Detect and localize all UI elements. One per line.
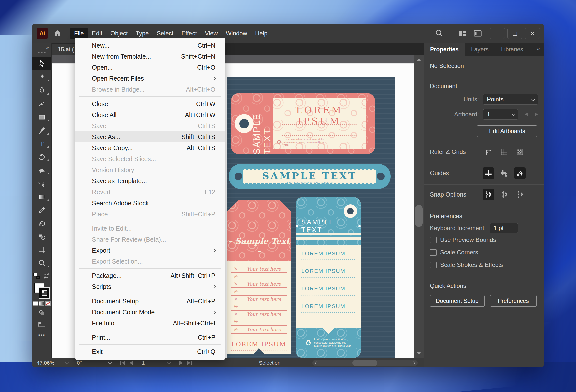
show-transparency-grid-icon[interactable] — [514, 146, 526, 158]
scrollbar-thumb[interactable] — [415, 205, 423, 227]
default-fill-stroke-icon[interactable] — [33, 273, 40, 279]
zoom-level-dropdown[interactable]: 47.06% — [32, 358, 72, 367]
snap-to-point-icon[interactable] — [483, 189, 494, 200]
menu-help[interactable]: Help — [251, 28, 271, 39]
selection-tool[interactable] — [32, 57, 52, 70]
none-button[interactable] — [45, 301, 51, 306]
scroll-up-icon[interactable] — [417, 58, 421, 61]
scroll-left-icon[interactable] — [314, 361, 318, 365]
swap-fill-stroke-icon[interactable] — [43, 272, 50, 280]
menu-item-print[interactable]: Print...Ctrl+P — [75, 332, 225, 343]
next-artboard-button[interactable] — [179, 361, 183, 365]
panel-expand-icon[interactable]: » — [537, 45, 540, 52]
color-button[interactable] — [33, 301, 38, 306]
lock-guides-icon[interactable] — [498, 167, 510, 179]
menu-item-exit[interactable]: ExitCtrl+Q — [75, 346, 225, 357]
toolbar-expand-icon[interactable]: » — [46, 44, 51, 50]
menu-item-search-adobe-stock[interactable]: Search Adobe Stock... — [75, 198, 225, 209]
stroke-swatch[interactable] — [39, 288, 49, 298]
smart-guides-icon[interactable] — [514, 167, 526, 179]
scrollbar-thumb[interactable] — [352, 360, 377, 366]
pen-tool[interactable] — [32, 84, 52, 97]
rotate-tool[interactable] — [32, 150, 52, 163]
menu-item-close[interactable]: CloseCtrl+W — [75, 98, 225, 109]
menu-item-export-selection[interactable]: Export Selection... — [75, 256, 225, 267]
menu-item-document-setup[interactable]: Document Setup...Alt+Ctrl+P — [75, 296, 225, 307]
gradient-tool[interactable] — [32, 190, 52, 203]
units-dropdown[interactable]: Points — [483, 94, 538, 105]
screen-mode-icon[interactable] — [38, 320, 46, 329]
menu-item-new-from-template[interactable]: New from Template...Shift+Ctrl+N — [75, 51, 225, 62]
shape-builder-tool[interactable] — [32, 230, 52, 243]
previous-artboard-icon[interactable] — [525, 112, 528, 116]
snap-to-grid-icon[interactable] — [498, 189, 510, 200]
menu-item-invite-to-edit[interactable]: Invite to Edit... — [75, 223, 225, 234]
checkbox-use-preview-bounds[interactable]: Use Preview Bounds — [424, 234, 544, 246]
maximize-button[interactable]: □ — [507, 28, 522, 39]
menu-object[interactable]: Object — [107, 28, 131, 39]
eraser-tool[interactable] — [32, 163, 52, 177]
menu-item-browse-in-bridge[interactable]: Browse in Bridge...Alt+Ctrl+O — [75, 84, 225, 95]
menu-item-open[interactable]: Open...Ctrl+O — [75, 62, 225, 73]
gradient-button[interactable] — [39, 301, 44, 306]
checkbox-icon[interactable] — [430, 249, 437, 256]
direct-selection-tool[interactable] — [32, 70, 52, 84]
keyboard-increment-field[interactable]: 1 pt — [490, 223, 518, 233]
menu-effect[interactable]: Effect — [178, 28, 201, 39]
show-rulers-icon[interactable] — [483, 146, 494, 158]
curvature-tool[interactable] — [32, 97, 52, 110]
show-grid-icon[interactable] — [498, 146, 510, 158]
minimize-button[interactable]: – — [490, 28, 505, 39]
show-guides-icon[interactable] — [483, 167, 494, 179]
menu-item-new[interactable]: New...Ctrl+N — [75, 40, 225, 51]
next-artboard-icon[interactable] — [535, 112, 538, 116]
artboard-tool[interactable] — [32, 243, 52, 256]
menu-item-save-selected-slices[interactable]: Save Selected Slices... — [75, 153, 225, 164]
menu-item-scripts[interactable]: Scripts — [75, 281, 225, 292]
snap-to-pixel-icon[interactable] — [514, 189, 526, 200]
menu-item-place[interactable]: Place...Shift+Ctrl+P — [75, 209, 225, 220]
document-setup-button[interactable]: Document Setup — [430, 295, 485, 307]
checkbox-icon[interactable] — [430, 262, 437, 268]
lasso-tool[interactable] — [32, 177, 52, 190]
menu-type[interactable]: Type — [132, 28, 152, 39]
scroll-right-icon[interactable] — [412, 361, 416, 365]
arrange-documents-icon[interactable] — [473, 29, 482, 38]
zoom-tool[interactable] — [32, 256, 52, 270]
artboard-dropdown[interactable] — [509, 109, 518, 120]
home-icon[interactable] — [53, 29, 62, 38]
last-artboard-button[interactable] — [187, 361, 192, 365]
menu-item-close-all[interactable]: Close AllAlt+Ctrl+W — [75, 109, 225, 120]
edit-toolbar-icon[interactable]: … — [38, 332, 46, 334]
checkbox-icon[interactable] — [430, 237, 437, 243]
menu-item-export[interactable]: Export — [75, 245, 225, 256]
menu-item-package[interactable]: Package...Alt+Shift+Ctrl+P — [75, 270, 225, 281]
menu-item-save-as-template[interactable]: Save as Template... — [75, 175, 225, 186]
menu-edit[interactable]: Edit — [88, 28, 106, 39]
tab-properties[interactable]: Properties — [424, 43, 465, 56]
vertical-scrollbar[interactable] — [414, 55, 424, 358]
menu-item-open-recent-files[interactable]: Open Recent Files — [75, 73, 225, 84]
menu-item-save[interactable]: SaveCtrl+S — [75, 120, 225, 131]
menu-item-file-info[interactable]: File Info...Alt+Shift+Ctrl+I — [75, 318, 225, 329]
close-button[interactable]: × — [525, 28, 540, 39]
menu-item-revert[interactable]: RevertF12 — [75, 186, 225, 198]
workspace-switcher-icon[interactable] — [458, 29, 467, 38]
menu-select[interactable]: Select — [153, 28, 177, 39]
type-tool[interactable]: T — [32, 137, 52, 150]
horizontal-scrollbar[interactable] — [312, 360, 418, 366]
previous-artboard-button[interactable] — [130, 361, 133, 365]
eyedropper-tool[interactable] — [32, 203, 52, 217]
drawing-modes-icon[interactable] — [38, 309, 46, 317]
menu-view[interactable]: View — [201, 28, 222, 39]
menu-item-share-for-review-beta[interactable]: Share For Review (Beta)... — [75, 234, 225, 245]
rectangle-tool[interactable] — [32, 110, 52, 124]
tab-libraries[interactable]: Libraries — [495, 43, 529, 56]
menu-window[interactable]: Window — [222, 28, 251, 39]
checkbox-scale-strokes-effects[interactable]: Scale Strokes & Effects — [424, 259, 544, 271]
blend-tool[interactable] — [32, 217, 52, 230]
search-icon[interactable] — [434, 29, 444, 38]
artboard-field[interactable]: 1 — [483, 109, 509, 120]
checkbox-scale-corners[interactable]: Scale Corners — [424, 246, 544, 259]
tab-layers[interactable]: Layers — [465, 43, 495, 56]
